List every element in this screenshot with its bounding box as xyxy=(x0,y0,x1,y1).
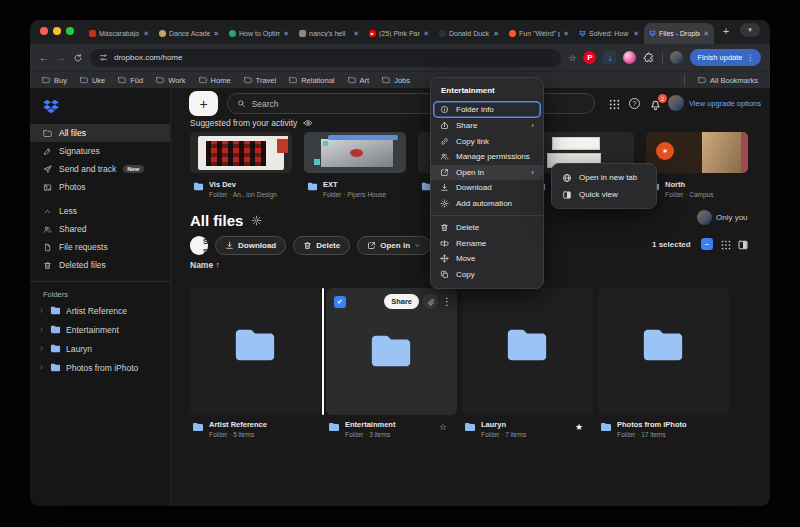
site-settings-icon[interactable] xyxy=(99,53,108,62)
tab-3[interactable]: How to Optim✕ xyxy=(224,23,294,44)
download-button[interactable]: Download xyxy=(215,236,286,255)
menu-item-copy[interactable]: Copy xyxy=(431,267,543,283)
menu-item-move[interactable]: Move xyxy=(431,251,543,267)
browser-profile-avatar[interactable] xyxy=(670,51,683,64)
view-upgrade-options-link[interactable]: View upgrade options xyxy=(689,99,761,108)
folder-name[interactable]: Lauryn xyxy=(481,420,526,429)
select-all-checkbox[interactable]: − xyxy=(701,238,713,250)
folder-tile-entertainment-selected[interactable]: ✔ Share ⋮ xyxy=(326,288,457,415)
more-options-dots-icon[interactable]: ⋮ xyxy=(442,297,452,307)
menu-item-manage-permissions[interactable]: Manage permissions xyxy=(431,149,543,165)
tab-7[interactable]: Fun "Weird" p✕ xyxy=(504,23,574,44)
submenu-item-open-in-new-tab[interactable]: Open in new tab xyxy=(552,169,656,186)
bookmark-folder-work[interactable]: Work xyxy=(156,76,185,85)
downloader-extension-icon[interactable]: ↓ xyxy=(603,51,616,64)
tab-active-files-dropbox[interactable]: Files - Dropbo✕ xyxy=(644,23,714,44)
all-bookmarks-button[interactable]: All Bookmarks xyxy=(698,76,758,85)
back-button[interactable]: ← xyxy=(39,52,49,63)
apps-grid-icon[interactable] xyxy=(608,98,621,111)
zoom-window-button[interactable] xyxy=(66,27,74,35)
bookmark-folder-art[interactable]: Art xyxy=(348,76,370,85)
folder-name[interactable]: Photos from iPhoto xyxy=(617,420,687,429)
only-you-label[interactable]: Only you xyxy=(716,213,748,222)
tab-close-icon[interactable]: ✕ xyxy=(633,30,639,38)
delete-button[interactable]: Delete xyxy=(293,236,350,255)
tab-close-icon[interactable]: ✕ xyxy=(283,30,289,38)
bookmark-folder-home[interactable]: Home xyxy=(199,76,231,85)
sidebar-item-less[interactable]: Less xyxy=(30,202,170,220)
open-in-button[interactable]: Open in xyxy=(357,236,431,255)
folder-tile-artist-reference[interactable] xyxy=(190,288,321,415)
tab-6[interactable]: Donald Duck✕ xyxy=(434,23,504,44)
color-extension-icon[interactable] xyxy=(623,51,636,64)
tab-close-icon[interactable]: ✕ xyxy=(353,30,359,38)
bookmark-folder-travel[interactable]: Travel xyxy=(244,76,277,85)
tab-close-icon[interactable]: ✕ xyxy=(563,30,569,38)
settings-gear-icon[interactable] xyxy=(251,215,262,226)
help-icon[interactable]: ? xyxy=(629,98,640,109)
menu-item-add-automation[interactable]: Add automation xyxy=(431,196,543,212)
sidebar-folder-entertainment[interactable]: Entertainment xyxy=(30,320,170,339)
tab-2[interactable]: Dance Acade✕ xyxy=(154,23,224,44)
bookmark-star-icon[interactable]: ☆ xyxy=(568,53,576,63)
tab-4[interactable]: nancy's hell✕ xyxy=(294,23,364,44)
notifications-bell-icon[interactable]: 2 xyxy=(649,98,662,111)
menu-item-rename[interactable]: Rename xyxy=(431,236,543,252)
menu-item-folder-info[interactable]: Folder info xyxy=(433,101,541,118)
tab-1[interactable]: Máscarabajo✕ xyxy=(84,23,154,44)
menu-item-copy-link[interactable]: Copy link xyxy=(431,134,543,150)
sidebar-folder-photos-from-iphoto[interactable]: Photos from iPhoto xyxy=(30,358,170,377)
tab-close-icon[interactable]: ✕ xyxy=(213,30,219,38)
tile-checkbox-checked[interactable]: ✔ xyxy=(334,296,346,308)
sidebar-item-shared[interactable]: Shared xyxy=(30,220,170,238)
eye-icon[interactable] xyxy=(303,118,313,128)
menu-item-download[interactable]: Download xyxy=(431,180,543,196)
create-new-button[interactable]: + xyxy=(189,91,218,116)
close-window-button[interactable] xyxy=(40,27,48,35)
tab-close-icon[interactable]: ✕ xyxy=(423,30,429,38)
new-tab-button[interactable]: + xyxy=(718,23,734,39)
sidebar-folder-artist-reference[interactable]: Artist Reference xyxy=(30,301,170,320)
folder-tile-photos-from-iphoto[interactable] xyxy=(598,288,729,415)
suggested-tile-north[interactable]: ✶ NorthFolder · Campus xyxy=(646,132,748,198)
tab-close-icon[interactable]: ✕ xyxy=(493,30,499,38)
star-filled-icon[interactable]: ★ xyxy=(575,422,583,432)
menu-item-delete[interactable]: Delete xyxy=(431,220,543,236)
tile-share-button[interactable]: Share xyxy=(384,294,419,309)
bookmark-folder-relational[interactable]: Relational xyxy=(289,76,334,85)
pinterest-extension-icon[interactable]: P xyxy=(583,51,596,64)
grid-view-icon[interactable] xyxy=(720,239,732,251)
sidebar-item-deleted-files[interactable]: Deleted files xyxy=(30,256,170,274)
split-view-icon[interactable] xyxy=(737,239,749,251)
sidebar-item-photos[interactable]: Photos xyxy=(30,178,170,196)
bookmark-folder-buy[interactable]: Buy xyxy=(42,76,67,85)
minimize-window-button[interactable] xyxy=(53,27,61,35)
star-outline-icon[interactable]: ☆ xyxy=(439,422,447,432)
finish-update-button[interactable]: Finish update⋮ xyxy=(690,49,761,66)
share-selected-button[interactable]: Share selected xyxy=(190,236,208,255)
bookmark-folder-jobs[interactable]: Jobs xyxy=(382,76,410,85)
address-bar[interactable]: dropbox.com/home xyxy=(90,49,561,67)
menu-item-open-in[interactable]: Open in› xyxy=(431,165,543,181)
folder-name[interactable]: Artist Reference xyxy=(209,420,267,429)
only-you-avatar[interactable] xyxy=(697,210,712,225)
sidebar-folder-lauryn[interactable]: Lauryn xyxy=(30,339,170,358)
reload-button[interactable] xyxy=(73,53,83,63)
folder-name[interactable]: Entertainment xyxy=(345,420,395,429)
tab-search-chevron[interactable]: ▾ xyxy=(740,23,760,37)
sidebar-item-all-files[interactable]: All files xyxy=(30,124,170,142)
bookmark-folder-uke[interactable]: Uke xyxy=(80,76,105,85)
tab-close-icon[interactable]: ✕ xyxy=(143,30,149,38)
dropbox-logo[interactable] xyxy=(43,99,59,114)
tab-close-icon[interactable]: ✕ xyxy=(703,30,709,38)
bookmark-folder-fud[interactable]: Füd xyxy=(118,76,143,85)
suggested-tile-ext[interactable]: EXTFolder · Pipers House xyxy=(304,132,406,198)
tab-5[interactable]: ▶(25) Pink Pan✕ xyxy=(364,23,434,44)
update-menu-dots-icon[interactable]: ⋮ xyxy=(747,53,755,62)
sidebar-item-send-and-track[interactable]: Send and trackNew xyxy=(30,160,170,178)
copy-link-button[interactable] xyxy=(423,294,438,309)
sidebar-item-file-requests[interactable]: File requests xyxy=(30,238,170,256)
folder-tile-lauryn[interactable] xyxy=(462,288,593,415)
menu-item-share[interactable]: Share› xyxy=(431,118,543,134)
submenu-item-quick-view[interactable]: Quick view xyxy=(552,186,656,203)
